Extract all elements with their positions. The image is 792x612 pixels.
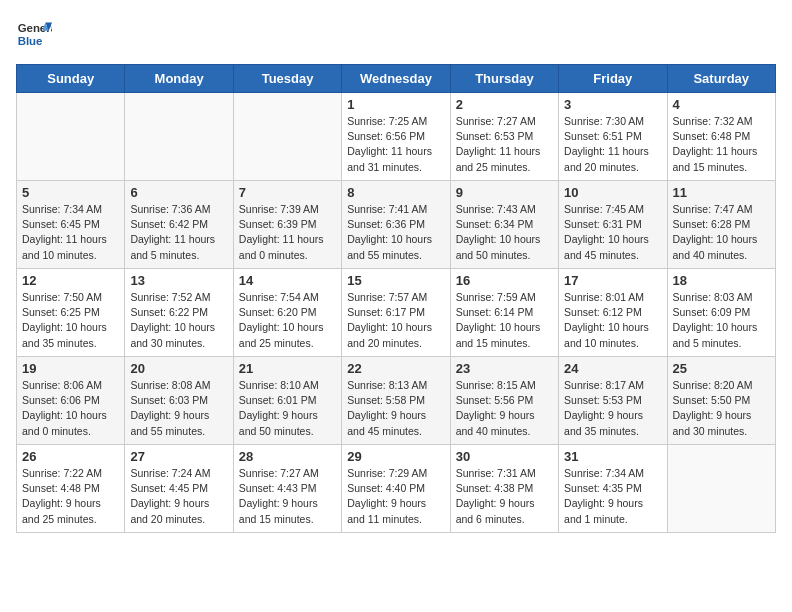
day-info: Sunrise: 7:57 AM Sunset: 6:17 PM Dayligh… — [347, 290, 444, 351]
weekday-header-wednesday: Wednesday — [342, 65, 450, 93]
calendar-cell: 17Sunrise: 8:01 AM Sunset: 6:12 PM Dayli… — [559, 269, 667, 357]
day-info: Sunrise: 8:17 AM Sunset: 5:53 PM Dayligh… — [564, 378, 661, 439]
day-info: Sunrise: 7:59 AM Sunset: 6:14 PM Dayligh… — [456, 290, 553, 351]
calendar-cell: 26Sunrise: 7:22 AM Sunset: 4:48 PM Dayli… — [17, 445, 125, 533]
day-number: 19 — [22, 361, 119, 376]
calendar-cell: 30Sunrise: 7:31 AM Sunset: 4:38 PM Dayli… — [450, 445, 558, 533]
day-info: Sunrise: 7:32 AM Sunset: 6:48 PM Dayligh… — [673, 114, 770, 175]
day-number: 12 — [22, 273, 119, 288]
day-info: Sunrise: 8:03 AM Sunset: 6:09 PM Dayligh… — [673, 290, 770, 351]
weekday-header-monday: Monday — [125, 65, 233, 93]
day-info: Sunrise: 8:06 AM Sunset: 6:06 PM Dayligh… — [22, 378, 119, 439]
day-info: Sunrise: 7:27 AM Sunset: 6:53 PM Dayligh… — [456, 114, 553, 175]
logo: General Blue — [16, 16, 52, 52]
calendar-cell: 18Sunrise: 8:03 AM Sunset: 6:09 PM Dayli… — [667, 269, 775, 357]
calendar-cell: 15Sunrise: 7:57 AM Sunset: 6:17 PM Dayli… — [342, 269, 450, 357]
calendar-table: SundayMondayTuesdayWednesdayThursdayFrid… — [16, 64, 776, 533]
calendar-cell: 13Sunrise: 7:52 AM Sunset: 6:22 PM Dayli… — [125, 269, 233, 357]
weekday-header-thursday: Thursday — [450, 65, 558, 93]
logo-icon: General Blue — [16, 16, 52, 52]
day-info: Sunrise: 7:43 AM Sunset: 6:34 PM Dayligh… — [456, 202, 553, 263]
day-info: Sunrise: 7:52 AM Sunset: 6:22 PM Dayligh… — [130, 290, 227, 351]
day-number: 21 — [239, 361, 336, 376]
day-number: 14 — [239, 273, 336, 288]
day-number: 15 — [347, 273, 444, 288]
calendar-cell — [125, 93, 233, 181]
calendar-cell: 11Sunrise: 7:47 AM Sunset: 6:28 PM Dayli… — [667, 181, 775, 269]
day-info: Sunrise: 8:01 AM Sunset: 6:12 PM Dayligh… — [564, 290, 661, 351]
calendar-cell: 24Sunrise: 8:17 AM Sunset: 5:53 PM Dayli… — [559, 357, 667, 445]
day-info: Sunrise: 7:27 AM Sunset: 4:43 PM Dayligh… — [239, 466, 336, 527]
day-number: 9 — [456, 185, 553, 200]
day-info: Sunrise: 8:08 AM Sunset: 6:03 PM Dayligh… — [130, 378, 227, 439]
day-number: 20 — [130, 361, 227, 376]
day-number: 13 — [130, 273, 227, 288]
day-number: 30 — [456, 449, 553, 464]
day-number: 10 — [564, 185, 661, 200]
day-number: 11 — [673, 185, 770, 200]
weekday-header-friday: Friday — [559, 65, 667, 93]
day-number: 24 — [564, 361, 661, 376]
calendar-cell: 6Sunrise: 7:36 AM Sunset: 6:42 PM Daylig… — [125, 181, 233, 269]
day-number: 22 — [347, 361, 444, 376]
day-number: 23 — [456, 361, 553, 376]
calendar-cell: 16Sunrise: 7:59 AM Sunset: 6:14 PM Dayli… — [450, 269, 558, 357]
day-number: 4 — [673, 97, 770, 112]
calendar-cell: 14Sunrise: 7:54 AM Sunset: 6:20 PM Dayli… — [233, 269, 341, 357]
day-info: Sunrise: 8:10 AM Sunset: 6:01 PM Dayligh… — [239, 378, 336, 439]
day-number: 2 — [456, 97, 553, 112]
day-info: Sunrise: 8:20 AM Sunset: 5:50 PM Dayligh… — [673, 378, 770, 439]
weekday-header-tuesday: Tuesday — [233, 65, 341, 93]
calendar-cell — [17, 93, 125, 181]
day-number: 17 — [564, 273, 661, 288]
day-number: 18 — [673, 273, 770, 288]
calendar-cell: 31Sunrise: 7:34 AM Sunset: 4:35 PM Dayli… — [559, 445, 667, 533]
calendar-cell: 3Sunrise: 7:30 AM Sunset: 6:51 PM Daylig… — [559, 93, 667, 181]
day-number: 7 — [239, 185, 336, 200]
day-info: Sunrise: 7:31 AM Sunset: 4:38 PM Dayligh… — [456, 466, 553, 527]
day-number: 3 — [564, 97, 661, 112]
day-number: 8 — [347, 185, 444, 200]
day-number: 6 — [130, 185, 227, 200]
calendar-cell: 5Sunrise: 7:34 AM Sunset: 6:45 PM Daylig… — [17, 181, 125, 269]
day-number: 26 — [22, 449, 119, 464]
calendar-cell: 25Sunrise: 8:20 AM Sunset: 5:50 PM Dayli… — [667, 357, 775, 445]
page-header: General Blue — [16, 16, 776, 52]
calendar-cell: 19Sunrise: 8:06 AM Sunset: 6:06 PM Dayli… — [17, 357, 125, 445]
day-info: Sunrise: 7:47 AM Sunset: 6:28 PM Dayligh… — [673, 202, 770, 263]
calendar-cell: 27Sunrise: 7:24 AM Sunset: 4:45 PM Dayli… — [125, 445, 233, 533]
day-info: Sunrise: 7:25 AM Sunset: 6:56 PM Dayligh… — [347, 114, 444, 175]
calendar-cell: 9Sunrise: 7:43 AM Sunset: 6:34 PM Daylig… — [450, 181, 558, 269]
calendar-cell — [667, 445, 775, 533]
day-number: 1 — [347, 97, 444, 112]
calendar-cell: 20Sunrise: 8:08 AM Sunset: 6:03 PM Dayli… — [125, 357, 233, 445]
day-info: Sunrise: 7:30 AM Sunset: 6:51 PM Dayligh… — [564, 114, 661, 175]
calendar-cell: 1Sunrise: 7:25 AM Sunset: 6:56 PM Daylig… — [342, 93, 450, 181]
day-info: Sunrise: 8:15 AM Sunset: 5:56 PM Dayligh… — [456, 378, 553, 439]
day-number: 29 — [347, 449, 444, 464]
day-info: Sunrise: 7:34 AM Sunset: 4:35 PM Dayligh… — [564, 466, 661, 527]
weekday-header-saturday: Saturday — [667, 65, 775, 93]
calendar-cell: 28Sunrise: 7:27 AM Sunset: 4:43 PM Dayli… — [233, 445, 341, 533]
day-info: Sunrise: 7:34 AM Sunset: 6:45 PM Dayligh… — [22, 202, 119, 263]
calendar-cell: 8Sunrise: 7:41 AM Sunset: 6:36 PM Daylig… — [342, 181, 450, 269]
day-number: 27 — [130, 449, 227, 464]
calendar-cell: 23Sunrise: 8:15 AM Sunset: 5:56 PM Dayli… — [450, 357, 558, 445]
day-info: Sunrise: 7:36 AM Sunset: 6:42 PM Dayligh… — [130, 202, 227, 263]
calendar-cell: 21Sunrise: 8:10 AM Sunset: 6:01 PM Dayli… — [233, 357, 341, 445]
day-info: Sunrise: 7:41 AM Sunset: 6:36 PM Dayligh… — [347, 202, 444, 263]
day-info: Sunrise: 7:22 AM Sunset: 4:48 PM Dayligh… — [22, 466, 119, 527]
day-info: Sunrise: 7:24 AM Sunset: 4:45 PM Dayligh… — [130, 466, 227, 527]
calendar-cell: 2Sunrise: 7:27 AM Sunset: 6:53 PM Daylig… — [450, 93, 558, 181]
calendar-cell: 12Sunrise: 7:50 AM Sunset: 6:25 PM Dayli… — [17, 269, 125, 357]
calendar-cell: 10Sunrise: 7:45 AM Sunset: 6:31 PM Dayli… — [559, 181, 667, 269]
weekday-header-sunday: Sunday — [17, 65, 125, 93]
day-info: Sunrise: 7:50 AM Sunset: 6:25 PM Dayligh… — [22, 290, 119, 351]
calendar-cell: 29Sunrise: 7:29 AM Sunset: 4:40 PM Dayli… — [342, 445, 450, 533]
day-info: Sunrise: 8:13 AM Sunset: 5:58 PM Dayligh… — [347, 378, 444, 439]
day-info: Sunrise: 7:54 AM Sunset: 6:20 PM Dayligh… — [239, 290, 336, 351]
day-number: 28 — [239, 449, 336, 464]
svg-text:Blue: Blue — [18, 35, 43, 47]
day-info: Sunrise: 7:29 AM Sunset: 4:40 PM Dayligh… — [347, 466, 444, 527]
day-number: 31 — [564, 449, 661, 464]
